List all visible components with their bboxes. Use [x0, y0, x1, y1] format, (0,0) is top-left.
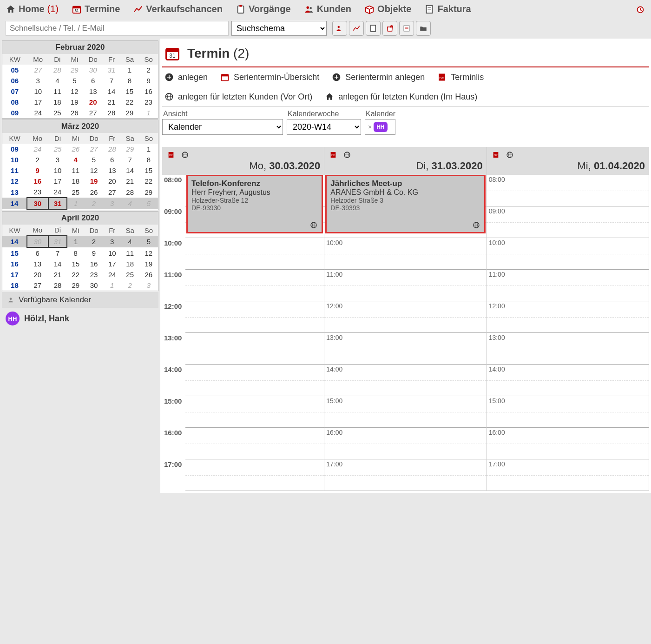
tool-doc-btn[interactable]: [366, 21, 381, 36]
day-cell[interactable]: 2: [84, 198, 104, 209]
day-cell[interactable]: 20: [83, 97, 103, 107]
day-cell[interactable]: 29: [66, 65, 83, 75]
action-serien-anlegen[interactable]: Serientermin anlegen: [331, 72, 425, 82]
action-anlegen[interactable]: anlegen: [164, 72, 208, 82]
day-cell[interactable]: 31: [48, 236, 67, 247]
day-cell[interactable]: 31: [48, 198, 67, 209]
day-cell[interactable]: 20: [104, 176, 121, 186]
nav-home[interactable]: Home (1): [6, 4, 59, 14]
day-cell[interactable]: 18: [67, 176, 84, 186]
day-cell[interactable]: 6: [27, 247, 48, 259]
day-cell[interactable]: 28: [121, 186, 139, 198]
day-cell[interactable]: 16: [27, 176, 48, 186]
action-terminlis[interactable]: PDF Terminlis: [437, 72, 484, 82]
action-anlegen-vor-ort[interactable]: anlegen für letzten Kunden (Vor Ort): [164, 92, 312, 102]
day-cell[interactable]: 4: [67, 154, 84, 165]
day-cell[interactable]: 26: [67, 144, 84, 154]
day-cell[interactable]: 2: [27, 154, 48, 165]
time-slots[interactable]: 08:0009:0010:0011:0012:0013:0014:0015:00…: [185, 175, 324, 491]
kw-cell[interactable]: 14: [2, 236, 27, 247]
kw-cell[interactable]: 12: [2, 176, 27, 186]
filter-kw-select[interactable]: 2020-W14: [287, 119, 361, 135]
day-cell[interactable]: 22: [139, 176, 158, 186]
globe-icon[interactable]: [180, 150, 190, 160]
kw-cell[interactable]: 18: [2, 280, 27, 291]
day-cell[interactable]: 17: [27, 97, 49, 107]
kw-cell[interactable]: 07: [2, 86, 27, 97]
tool-person-btn[interactable]: [332, 21, 347, 36]
nav-faktura[interactable]: Faktura: [424, 4, 471, 14]
day-cell[interactable]: 25: [67, 186, 84, 198]
day-cell[interactable]: 2: [121, 280, 139, 291]
tool-folder-btn[interactable]: [416, 21, 431, 36]
day-cell[interactable]: 25: [48, 144, 67, 154]
globe-icon[interactable]: [505, 150, 515, 160]
day-cell[interactable]: 3: [48, 154, 67, 165]
action-serien-uebersicht[interactable]: Serientermin-Übersicht: [220, 72, 319, 82]
kw-cell[interactable]: 06: [2, 75, 27, 86]
day-cell[interactable]: 26: [66, 107, 83, 118]
day-cell[interactable]: 14: [103, 86, 120, 97]
day-cell[interactable]: 24: [48, 186, 67, 198]
day-cell[interactable]: 12: [66, 86, 83, 97]
pdf-icon[interactable]: PDF: [328, 150, 338, 160]
day-cell[interactable]: 6: [83, 75, 103, 86]
kw-cell[interactable]: 05: [2, 65, 27, 75]
day-cell[interactable]: 11: [67, 165, 84, 176]
calendar-event[interactable]: Jährliches Meet-upARANES GmbH & Co. KGHe…: [325, 175, 485, 233]
tool-chart-btn[interactable]: [349, 21, 364, 36]
day-cell[interactable]: 5: [139, 236, 158, 247]
kw-cell[interactable]: 14: [2, 198, 27, 209]
day-cell[interactable]: 26: [139, 269, 158, 280]
day-cell[interactable]: 1: [139, 107, 158, 118]
day-cell[interactable]: 4: [49, 75, 66, 86]
time-slots[interactable]: 08:0009:0010:0011:0012:0013:0014:0015:00…: [324, 175, 486, 491]
day-cell[interactable]: 4: [121, 198, 139, 209]
day-cell[interactable]: 15: [120, 86, 139, 97]
day-cell[interactable]: 18: [49, 97, 66, 107]
search-schema-select[interactable]: Suchschema: [231, 21, 327, 36]
day-cell[interactable]: 18: [121, 259, 139, 269]
day-cell[interactable]: 5: [84, 154, 104, 165]
day-cell[interactable]: 10: [27, 86, 49, 97]
kw-cell[interactable]: 08: [2, 97, 27, 107]
nav-alarm[interactable]: [635, 4, 645, 14]
day-cell[interactable]: 11: [49, 86, 66, 97]
day-cell[interactable]: 10: [104, 247, 121, 259]
day-cell[interactable]: 27: [27, 65, 49, 75]
day-cell[interactable]: 30: [83, 65, 103, 75]
day-cell[interactable]: 17: [104, 259, 121, 269]
day-cell[interactable]: 27: [84, 144, 104, 154]
kw-cell[interactable]: 09: [2, 107, 27, 118]
day-cell[interactable]: 3: [27, 75, 49, 86]
nav-objekte[interactable]: Objekte: [364, 4, 411, 14]
day-cell[interactable]: 25: [49, 107, 66, 118]
day-cell[interactable]: 30: [27, 236, 48, 247]
day-cell[interactable]: 7: [48, 247, 67, 259]
day-cell[interactable]: 13: [83, 86, 103, 97]
day-cell[interactable]: 21: [103, 97, 120, 107]
quick-search-input[interactable]: [6, 21, 229, 36]
day-cell[interactable]: 19: [139, 259, 158, 269]
day-cell[interactable]: 3: [139, 280, 158, 291]
day-cell[interactable]: 14: [48, 259, 67, 269]
day-cell[interactable]: 13: [27, 259, 48, 269]
day-cell[interactable]: 29: [120, 107, 139, 118]
nav-termine[interactable]: 31 Termine: [72, 4, 120, 14]
calendar-event[interactable]: Telefon-KonferenzHerr Freyherr, Augustus…: [186, 175, 323, 233]
day-cell[interactable]: 23: [84, 269, 104, 280]
day-cell[interactable]: 9: [27, 165, 48, 176]
day-cell[interactable]: 28: [49, 65, 66, 75]
day-cell[interactable]: 4: [121, 236, 139, 247]
day-cell[interactable]: 23: [139, 97, 158, 107]
day-cell[interactable]: 5: [66, 75, 83, 86]
day-cell[interactable]: 27: [27, 280, 48, 291]
day-cell[interactable]: 12: [139, 247, 158, 259]
remove-tag-icon[interactable]: ×: [368, 123, 372, 131]
nav-kunden[interactable]: Kunden: [304, 4, 351, 14]
day-cell[interactable]: 28: [48, 280, 67, 291]
kw-cell[interactable]: 10: [2, 154, 27, 165]
day-cell[interactable]: 7: [121, 154, 139, 165]
day-cell[interactable]: 24: [27, 144, 48, 154]
day-cell[interactable]: 22: [120, 97, 139, 107]
